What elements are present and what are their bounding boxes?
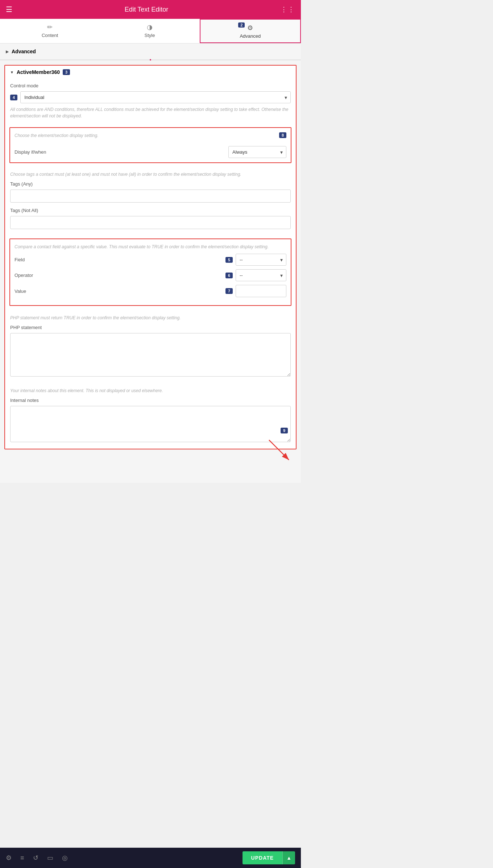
desktop-icon[interactable]: ▭ xyxy=(47,854,53,862)
tab-content[interactable]: ✏ Content xyxy=(0,19,100,43)
php-label: PHP statement xyxy=(10,325,291,330)
hamburger-icon[interactable]: ☰ xyxy=(6,5,12,14)
tab-advanced[interactable]: 2 ⚙ Advanced xyxy=(200,19,301,43)
operator-label: Operator xyxy=(14,273,225,278)
layers-icon[interactable]: ≡ xyxy=(20,854,24,862)
display-setting-note: Choose the element/section display setti… xyxy=(14,132,276,139)
section-divider xyxy=(0,60,301,61)
advanced-tab-badge: 2 xyxy=(238,22,245,28)
internal-notes-textarea[interactable] xyxy=(10,406,291,442)
operator-badge: 6 xyxy=(225,273,233,278)
control-mode-label: Control mode xyxy=(10,83,291,88)
display-ifwhen-select[interactable]: Always Never Logged In Logged Out xyxy=(228,146,286,158)
display-ifwhen-row: Display if/when Always Never Logged In L… xyxy=(14,146,286,158)
tab-bar: ✏ Content ◑ Style 2 ⚙ Advanced xyxy=(0,19,301,43)
php-textarea[interactable] xyxy=(10,333,291,377)
history-icon[interactable]: ↺ xyxy=(33,854,38,862)
top-bar: ☰ Edit Text Editor ⋮⋮ xyxy=(0,0,301,19)
value-row: Value 7 xyxy=(14,285,286,297)
bottom-bar: ⚙ ≡ ↺ ▭ ◎ UPDATE ▲ xyxy=(0,848,301,868)
page-title: Edit Text Editor xyxy=(125,6,169,13)
php-note: PHP statement must return TRUE in order … xyxy=(10,315,291,321)
tags-note: Choose tags a contact must (at least one… xyxy=(10,171,291,178)
tab-content-label: Content xyxy=(42,33,58,38)
control-mode-select-row: 4 Individual xyxy=(10,91,291,103)
tab-style-label: Style xyxy=(145,33,155,38)
value-row-right: 7 xyxy=(225,285,286,297)
internal-notes-badge: 9 xyxy=(281,428,288,433)
display-ifwhen-select-wrapper: Always Never Logged In Logged Out xyxy=(228,146,286,158)
update-arrow-button[interactable]: ▲ xyxy=(282,851,295,864)
field-select[interactable]: -- xyxy=(236,254,286,266)
internal-notes-section: Your internal notes about this element. … xyxy=(5,383,296,449)
internal-notes-label: Internal notes xyxy=(10,398,291,403)
am360-title: ActiveMember360 xyxy=(17,69,60,75)
update-button[interactable]: UPDATE xyxy=(243,851,283,864)
am360-arrow-icon: ▼ xyxy=(10,70,14,74)
field-select-wrapper: -- xyxy=(236,254,286,266)
tags-notall-label: Tags (Not All) xyxy=(10,208,291,213)
condition-note: All conditions are AND conditions, there… xyxy=(5,103,296,123)
field-badge: 5 xyxy=(225,257,233,263)
display-ifwhen-label: Display if/when xyxy=(14,149,228,155)
advanced-arrow-icon: ▶ xyxy=(6,50,9,54)
operator-select[interactable]: -- xyxy=(236,269,286,281)
control-mode-badge: 4 xyxy=(10,95,17,100)
field-comparison-note: Compare a contact field against a specif… xyxy=(14,244,286,250)
operator-row-right: 6 -- xyxy=(225,269,286,281)
control-mode-select[interactable]: Individual xyxy=(20,91,291,103)
tags-notall-input[interactable] xyxy=(10,216,291,229)
preview-icon[interactable]: ◎ xyxy=(62,854,68,862)
internal-notes-note: Your internal notes about this element. … xyxy=(10,387,291,394)
field-row: Field 5 -- xyxy=(14,254,286,266)
pencil-icon: ✏ xyxy=(47,23,53,31)
tags-any-label: Tags (Any) xyxy=(10,181,291,187)
field-comparison-section: Compare a contact field against a specif… xyxy=(9,238,291,306)
field-row-right: 5 -- xyxy=(225,254,286,266)
update-button-wrapper: UPDATE ▲ xyxy=(243,851,295,864)
operator-select-wrapper: -- xyxy=(236,269,286,281)
notes-wrapper: 9 xyxy=(10,406,291,444)
tags-section: Choose tags a contact must (at least one… xyxy=(5,167,296,234)
gear-icon: ⚙ xyxy=(247,24,253,32)
advanced-section-label: Advanced xyxy=(12,49,36,54)
display-setting-badge: 8 xyxy=(279,132,286,138)
circle-half-icon: ◑ xyxy=(147,23,153,31)
display-setting-section: Choose the element/section display setti… xyxy=(9,127,291,163)
php-section: PHP statement must return TRUE in order … xyxy=(5,310,296,383)
svg-line-1 xyxy=(269,440,289,460)
main-content: ▶ Advanced ▼ ActiveMember360 3 Control m… xyxy=(0,43,301,483)
control-mode-select-wrapper: Individual xyxy=(20,91,291,103)
value-label: Value xyxy=(14,288,225,294)
am360-badge: 3 xyxy=(63,69,70,75)
bottom-icons: ⚙ ≡ ↺ ▭ ◎ xyxy=(6,854,68,862)
tab-style[interactable]: ◑ Style xyxy=(100,19,199,43)
settings-icon[interactable]: ⚙ xyxy=(6,854,12,862)
field-label: Field xyxy=(14,257,225,262)
value-input[interactable] xyxy=(236,285,286,297)
tags-any-input[interactable] xyxy=(10,190,291,203)
operator-row: Operator 6 -- xyxy=(14,269,286,281)
grid-icon[interactable]: ⋮⋮ xyxy=(281,5,295,13)
activemember-section: ▼ ActiveMember360 3 Control mode 4 Indiv… xyxy=(4,65,297,449)
control-mode-section: Control mode 4 Individual xyxy=(5,79,296,103)
value-badge: 7 xyxy=(225,288,233,294)
activemember-header[interactable]: ▼ ActiveMember360 3 xyxy=(5,66,296,79)
tab-advanced-label: Advanced xyxy=(240,33,261,39)
